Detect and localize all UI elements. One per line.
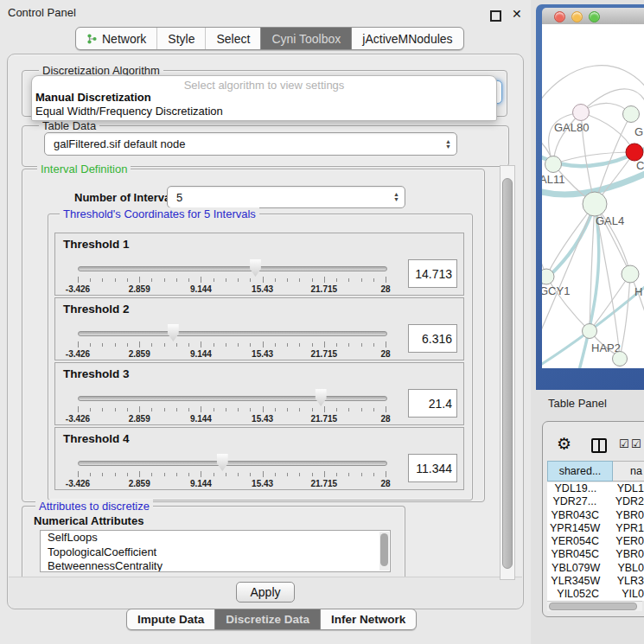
attribute-item-topologicalcoefficient[interactable]: TopologicalCoefficient (41, 545, 390, 560)
threshold-label: Threshold 3 (63, 367, 130, 380)
table-row[interactable]: YDL19...YDL1 (547, 482, 644, 495)
threshold-slider[interactable]: -3.4262.8599.14415.4321.71528 (78, 322, 386, 359)
cell-name[interactable]: YLR3 (604, 575, 644, 588)
threshold-slider[interactable]: -3.4262.8599.14415.4321.71528 (78, 387, 386, 424)
network-canvas[interactable]: GAL80GAL11GAL4GCY1HHAP2GC (542, 24, 644, 368)
checkbox-icon[interactable]: ☑ (619, 437, 629, 450)
threshold-value-field[interactable] (408, 454, 457, 482)
apply-button[interactable]: Apply (236, 582, 295, 603)
table-row[interactable]: YER054CYER0 (547, 535, 644, 548)
attribute-item-betweennesscentrality[interactable]: BetweennessCentrality (41, 559, 390, 572)
algorithm-dropdown-popup: Select algorithm to view settings Manual… (31, 75, 497, 121)
slider-tick (287, 408, 288, 411)
cell-shared-name[interactable]: YIL052C (547, 588, 609, 601)
attribute-item-selfloops[interactable]: SelfLoops (41, 531, 390, 545)
slider-tick (176, 408, 177, 411)
network-node-gal4[interactable] (583, 192, 607, 216)
tab-select[interactable]: Select (205, 28, 260, 49)
cell-shared-name[interactable]: YLR345W (547, 575, 604, 588)
slider-thumb[interactable] (314, 388, 328, 407)
number-of-intervals-combobox[interactable]: 5 ▲ ▼ (167, 186, 405, 208)
network-node-gcy1[interactable] (542, 269, 554, 284)
cell-shared-name[interactable]: YDL19... (547, 482, 604, 495)
cell-shared-name[interactable]: YDR27... (547, 495, 603, 508)
tab-jactivemnodules[interactable]: jActiveMNodules (351, 28, 462, 49)
algorithm-option-equal-width-frequency-discretization[interactable]: Equal Width/Frequency Discretization (35, 105, 493, 118)
network-node[interactable] (623, 106, 640, 123)
slider-track[interactable] (78, 396, 387, 401)
table-data-combobox[interactable]: galFiltered.sif default node ▲ ▼ (44, 132, 457, 156)
table-row[interactable]: YBL079WYBL0 (547, 562, 644, 575)
network-node[interactable] (626, 143, 643, 161)
tab-style[interactable]: Style (156, 28, 205, 49)
slider-tick (188, 343, 189, 347)
threshold-slider[interactable]: -3.4262.8599.14415.4321.71528 (78, 258, 386, 294)
close-icon[interactable]: ✕ (512, 7, 522, 21)
slider-track[interactable] (78, 266, 387, 271)
algorithm-option-manual-discretization[interactable]: Manual Discretization (35, 91, 493, 105)
threshold-value-field[interactable] (408, 389, 457, 418)
cell-name[interactable]: YPR1 (603, 522, 644, 535)
slider-tick (226, 408, 226, 411)
gear-icon[interactable]: ⚙ (557, 434, 571, 453)
network-node[interactable] (613, 352, 628, 367)
slider-tick (348, 278, 349, 282)
network-node-hap2[interactable] (583, 324, 597, 339)
network-node-gal80[interactable] (573, 105, 590, 121)
slider-tick (373, 408, 374, 411)
panel-scrollbar[interactable] (500, 165, 515, 580)
mac-zoom-icon[interactable] (589, 11, 600, 22)
slider-thumb[interactable] (215, 453, 229, 472)
cell-shared-name[interactable]: YPR145W (547, 522, 603, 535)
cell-name[interactable]: YDL1 (604, 482, 644, 495)
numerical-attributes-list[interactable]: SelfLoopsTopologicalCoefficientBetweenne… (40, 530, 391, 572)
cell-shared-name[interactable]: YBR043C (547, 509, 603, 522)
cell-name[interactable]: YER0 (603, 535, 644, 548)
table-row[interactable]: YBR043CYBR0 (547, 509, 644, 522)
tab-cyni-toolbox[interactable]: Cyni Toolbox (260, 28, 351, 49)
table-row[interactable]: YPR145WYPR1 (547, 522, 644, 535)
slider-track[interactable] (78, 461, 387, 466)
tab-network[interactable]: Network (76, 28, 156, 49)
cell-name[interactable]: YBR0 (603, 548, 644, 561)
slider-tick (226, 473, 226, 476)
attributes-scrollbar[interactable] (379, 532, 389, 571)
column-header-name[interactable]: na (613, 461, 644, 481)
slider-tick-label: 28 (380, 349, 390, 359)
checkbox-icon[interactable]: ☑ (631, 437, 641, 450)
table-row[interactable]: YDR27...YDR2 (547, 495, 644, 508)
tab-impute-data[interactable]: Impute Data (127, 609, 214, 629)
cell-name[interactable]: YIL0 (609, 588, 644, 601)
slider-tick-label: 15.43 (252, 284, 273, 294)
table-row[interactable]: YLR345WYLR3 (547, 575, 644, 588)
slider-tick (299, 343, 300, 347)
table-row[interactable]: YBR045CYBR0 (547, 548, 644, 561)
tab-infer-network[interactable]: Infer Network (320, 609, 416, 629)
network-node-gal11[interactable] (545, 156, 562, 173)
threshold-slider[interactable]: -3.4262.8599.14415.4321.71528 (78, 452, 386, 488)
slider-tick (238, 343, 239, 347)
tab-discretize-data[interactable]: Discretize Data (214, 609, 320, 629)
float-window-icon[interactable] (490, 10, 501, 22)
cell-shared-name[interactable]: YBR045C (547, 548, 603, 561)
cell-name[interactable]: YBL0 (604, 562, 644, 575)
threshold-value-field[interactable] (408, 324, 457, 353)
slider-thumb[interactable] (248, 258, 262, 277)
network-node-h[interactable] (622, 265, 639, 283)
table-hscrollbar[interactable] (547, 601, 642, 611)
threshold-value-field[interactable] (408, 259, 457, 288)
slider-tick (115, 473, 116, 476)
slider-thumb[interactable] (166, 323, 180, 342)
mac-close-icon[interactable] (554, 11, 565, 22)
cell-shared-name[interactable]: YER054C (547, 535, 603, 548)
cell-name[interactable]: YDR2 (603, 495, 644, 508)
mac-minimize-icon[interactable] (571, 11, 583, 22)
slider-tick (299, 408, 300, 411)
table-row[interactable]: YIL052CYIL0 (547, 588, 644, 601)
cell-shared-name[interactable]: YBL079W (547, 562, 604, 575)
column-header-shared[interactable]: shared... (547, 461, 613, 481)
cell-name[interactable]: YBR0 (603, 509, 644, 522)
slider-track[interactable] (78, 331, 387, 336)
network-window-titlebar[interactable] (542, 8, 644, 25)
columns-icon[interactable] (591, 438, 607, 453)
